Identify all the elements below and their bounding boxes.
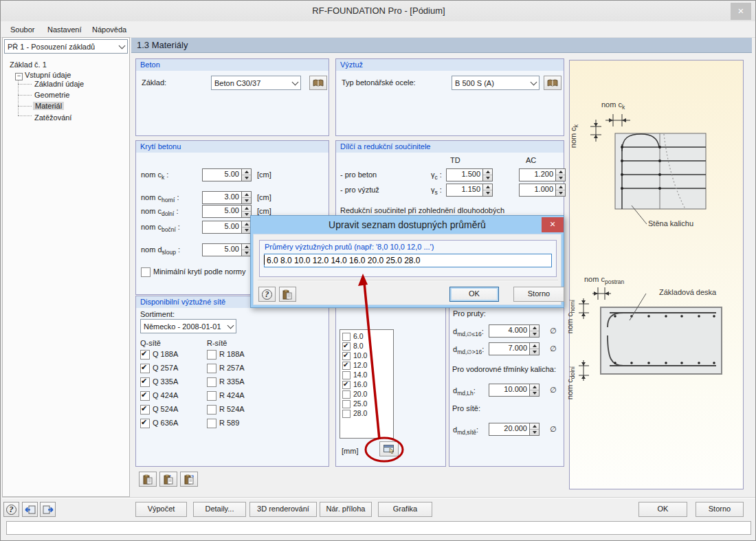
renderovani-button[interactable]: 3D renderování — [249, 502, 317, 517]
diameter-checkbox[interactable] — [342, 371, 351, 379]
q-mesh-checkbox[interactable] — [140, 391, 150, 401]
spinner[interactable] — [529, 343, 539, 355]
kryti-cbocni-field[interactable]: 5.00 — [202, 221, 252, 234]
clipboard-arrow-icon — [164, 474, 174, 485]
tree-item-material-selected[interactable]: Materiál — [33, 102, 64, 110]
footer-separator — [2, 497, 755, 498]
spinner[interactable] — [482, 184, 492, 196]
beton-library-button[interactable] — [309, 76, 327, 90]
design-case-combobox[interactable]: PŘ 1 - Posouzení základů — [4, 39, 128, 54]
r-mesh-checkbox[interactable] — [207, 405, 216, 415]
tree-item-zakladni-udaje[interactable]: Základní údaje — [34, 80, 84, 88]
spinner[interactable] — [555, 169, 565, 181]
spinner[interactable] — [241, 169, 251, 181]
menu-nastaveni[interactable]: Nastavení — [45, 24, 85, 35]
tree-root-label[interactable]: Základ č. 1 — [10, 60, 47, 69]
r-mesh-checkbox[interactable] — [207, 419, 216, 428]
dialog-help-button[interactable]: ? — [258, 287, 276, 302]
vypocet-button[interactable]: Výpočet — [135, 502, 187, 517]
dialog-paste-button[interactable] — [279, 287, 296, 302]
help-button[interactable]: ? — [3, 502, 19, 517]
diameter-checkbox[interactable] — [342, 381, 351, 389]
vyztuz-library-button[interactable] — [544, 76, 562, 90]
spinner[interactable] — [529, 384, 539, 396]
tree-item-vstupni-udaje[interactable]: Vstupní údaje — [25, 71, 71, 79]
copy-parameters-button-2[interactable] — [159, 472, 177, 487]
kryti-chorni-field[interactable]: 3.00 — [202, 191, 252, 204]
q-mesh-checkbox[interactable] — [140, 419, 150, 428]
gamma-c-ac-field[interactable]: 1.200 — [519, 168, 566, 181]
spinner[interactable] — [529, 423, 539, 435]
next-table-button[interactable] — [40, 502, 56, 517]
chevron-down-icon — [289, 76, 300, 89]
r-mesh-label: R 257A — [219, 364, 245, 372]
storno-button[interactable]: Storno — [696, 502, 744, 517]
q-mesh-checkbox[interactable] — [140, 350, 150, 360]
dmd-site-field[interactable]: 20.000 — [489, 423, 540, 436]
spinner[interactable] — [555, 184, 565, 196]
ok-button[interactable]: OK — [638, 502, 687, 517]
copy-parameters-button-1[interactable] — [139, 472, 157, 487]
gamma-s-td-field[interactable]: 1.150 — [446, 184, 493, 197]
dmd-lh-field[interactable]: 10.000 — [489, 384, 540, 397]
q-mesh-checkbox[interactable] — [140, 364, 150, 373]
vyztuz-combobox[interactable]: B 500 S (A) — [452, 76, 540, 90]
priloha-button[interactable]: Nár. příloha — [320, 502, 372, 517]
dialog-ok-button[interactable]: OK — [449, 287, 499, 302]
gamma-s-ac-field[interactable]: 1.000 — [519, 184, 566, 197]
status-bar — [6, 521, 751, 535]
diameter-checkbox[interactable] — [342, 333, 351, 341]
tree-collapse-icon[interactable]: − — [15, 73, 23, 80]
sortiment-combobox[interactable]: Německo - 2008-01-01 — [140, 319, 236, 333]
beton-combobox[interactable]: Beton C30/37 — [211, 76, 301, 90]
diameter-checkbox[interactable] — [342, 390, 351, 399]
kryti-dsloup-field[interactable]: 5.00 — [202, 243, 252, 256]
q-mesh-checkbox[interactable] — [140, 405, 150, 415]
dialog-close-button[interactable]: × — [542, 217, 564, 232]
tree-item-geometrie[interactable]: Geometrie — [34, 91, 69, 99]
spinner[interactable] — [241, 192, 251, 203]
diameter-checkbox[interactable] — [342, 410, 351, 418]
previous-table-button[interactable] — [22, 502, 38, 517]
edit-diameter-list-button[interactable] — [379, 441, 399, 456]
spinner[interactable] — [241, 221, 251, 233]
spinner[interactable] — [241, 244, 251, 256]
copy-parameters-button-3[interactable] — [180, 472, 198, 487]
r-mesh-checkbox[interactable] — [207, 364, 216, 373]
r-mesh-checkbox[interactable] — [207, 350, 216, 360]
edit-diameters-dialog: Upravit seznam dostupných průměrů × Prům… — [250, 215, 564, 308]
q-mesh-label: Q 424A — [153, 391, 178, 399]
kryti-cdolni-field[interactable]: 5.00 — [202, 205, 252, 218]
detaily-button[interactable]: Detaily... — [193, 502, 246, 517]
menu-napoveda[interactable]: Nápověda — [89, 24, 129, 35]
spinner[interactable] — [241, 206, 251, 217]
r-mesh-checkbox[interactable] — [207, 377, 216, 387]
diameter-checkbox[interactable] — [342, 362, 351, 370]
dmd-gt16-field[interactable]: 7.000 — [489, 342, 540, 355]
kryti-row-label: nom chorní : — [141, 193, 179, 203]
grafika-button[interactable]: Grafika — [378, 502, 432, 517]
diameter-checkbox[interactable] — [342, 352, 351, 360]
beton-value: Beton C30/37 — [212, 79, 289, 87]
dmd-le16-field[interactable]: 4.000 — [489, 324, 540, 338]
diameter-listbox[interactable]: 6.0 8.0 10.0 12.0 14.0 16.0 20.0 25.0 28… — [340, 329, 394, 439]
spinner[interactable] — [529, 325, 539, 337]
diameter-checkbox[interactable] — [342, 400, 351, 408]
col-td-header: TD — [450, 156, 460, 164]
window-close-button[interactable]: × — [731, 3, 751, 20]
dialog-storno-button[interactable]: Storno — [513, 287, 564, 302]
col-ac-header: AC — [526, 156, 536, 164]
kryti-ck-field[interactable]: 5.00 — [202, 168, 252, 181]
menu-soubor[interactable]: Soubor — [8, 24, 37, 35]
tree-item-zatezovani[interactable]: Zatěžování — [34, 113, 71, 122]
diameters-input[interactable] — [264, 254, 552, 267]
diameter-checkbox[interactable] — [342, 342, 351, 351]
min-kryti-checkbox[interactable] — [141, 267, 151, 277]
kryti-row-label: nom dsloup : — [141, 245, 180, 256]
menu-bar: Soubor Nastavení Nápověda — [1, 21, 756, 38]
r-mesh-checkbox[interactable] — [207, 391, 216, 401]
dim-nom-cdolni: nom cdolní — [566, 366, 576, 399]
gamma-c-td-field[interactable]: 1.500 — [446, 168, 493, 181]
q-mesh-checkbox[interactable] — [140, 377, 150, 387]
spinner[interactable] — [482, 169, 492, 181]
